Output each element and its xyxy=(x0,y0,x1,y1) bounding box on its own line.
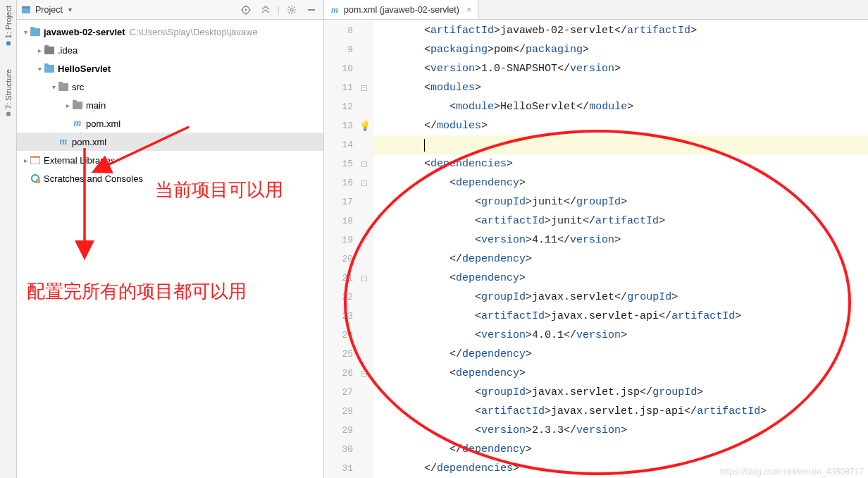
chevron-right-icon[interactable]: ▸ xyxy=(35,47,44,54)
svg-rect-1 xyxy=(22,6,30,8)
scratches-icon xyxy=(30,173,41,184)
chevron-right-icon[interactable]: ▸ xyxy=(63,102,72,109)
maven-icon: m xyxy=(72,118,83,129)
line-gutter: 8 9 10 11− 12 13💡 14 15− 16− 17 18 19 20… xyxy=(324,20,373,478)
settings-button[interactable] xyxy=(284,3,299,17)
tab-title: pom.xml (javaweb-02-servlet) xyxy=(344,5,459,15)
sidebar-tab-structure[interactable]: 7: Structure xyxy=(3,66,14,119)
maven-icon: m xyxy=(330,5,340,15)
text-caret xyxy=(424,139,425,152)
project-tree[interactable]: ▾ javaweb-02-servlet C:\Users\Splay\Desk… xyxy=(17,20,323,478)
editor-area: m pom.xml (javaweb-02-servlet) × 8 9 10 … xyxy=(324,0,868,478)
tree-item-pom-inner[interactable]: m pom.xml xyxy=(17,114,323,133)
tree-label: .idea xyxy=(58,45,78,56)
close-icon[interactable]: × xyxy=(466,4,472,15)
tree-item-pom-outer[interactable]: m pom.xml xyxy=(17,133,323,151)
hide-button[interactable] xyxy=(304,3,319,17)
tree-item-src[interactable]: ▾ src xyxy=(17,78,323,96)
tree-label: javaweb-02-servlet xyxy=(44,27,125,37)
chevron-down-icon[interactable]: ▾ xyxy=(49,83,58,91)
project-panel-title[interactable]: Project xyxy=(35,5,63,15)
library-icon xyxy=(30,154,41,166)
project-panel: Project ▾ | ▾ javaweb-02-servlet C:\Us xyxy=(17,0,324,478)
tree-label: pom.xml xyxy=(86,118,120,129)
fold-icon[interactable]: − xyxy=(361,85,367,91)
tree-root[interactable]: ▾ javaweb-02-servlet C:\Users\Splay\Desk… xyxy=(17,23,323,41)
chevron-right-icon[interactable]: ▸ xyxy=(21,157,30,164)
tree-label: HelloServlet xyxy=(58,63,111,74)
project-icon xyxy=(6,41,11,45)
code-area: 8 9 10 11− 12 13💡 14 15− 16− 17 18 19 20… xyxy=(324,20,868,478)
maven-icon: m xyxy=(58,136,69,147)
tree-label: Scratches and Consoles xyxy=(44,173,143,184)
chevron-down-icon[interactable]: ▾ xyxy=(21,28,30,36)
fold-icon[interactable]: − xyxy=(361,276,367,281)
editor-tab-bar: m pom.xml (javaweb-02-servlet) × xyxy=(324,0,868,20)
svg-rect-9 xyxy=(308,9,315,11)
tree-path: C:\Users\Splay\Desktop\javawe xyxy=(130,27,258,37)
project-view-icon xyxy=(21,5,31,15)
module-folder-icon xyxy=(30,26,41,37)
fold-icon[interactable]: − xyxy=(361,371,367,376)
tree-item-idea[interactable]: ▸ .idea xyxy=(17,41,323,59)
svg-point-8 xyxy=(290,8,293,11)
tree-item-scratches[interactable]: Scratches and Consoles xyxy=(17,169,323,188)
folder-icon xyxy=(58,81,69,92)
intention-bulb-icon[interactable]: 💡 xyxy=(360,121,370,131)
tree-label: External Libraries xyxy=(44,155,115,166)
tree-label: pom.xml xyxy=(72,137,106,147)
tree-label: src xyxy=(72,82,84,92)
fold-icon[interactable]: − xyxy=(361,161,367,167)
svg-point-3 xyxy=(244,8,247,11)
code-editor[interactable]: <artifactId>javaweb-02-servlet</artifact… xyxy=(373,20,868,478)
editor-tab-pom[interactable]: m pom.xml (javaweb-02-servlet) × xyxy=(324,0,478,19)
folder-icon xyxy=(44,44,55,56)
structure-icon xyxy=(6,112,11,116)
tree-item-external-libraries[interactable]: ▸ External Libraries xyxy=(17,151,323,169)
sidebar-tab-project[interactable]: 1: Project xyxy=(3,3,14,48)
module-folder-icon xyxy=(44,63,55,74)
folder-icon xyxy=(72,99,83,111)
tree-label: main xyxy=(86,100,106,111)
ide-left-tabstrip: 1: Project 7: Structure xyxy=(0,0,17,478)
tree-item-helloservlet[interactable]: ▾ HelloServlet xyxy=(17,59,323,78)
fold-icon[interactable]: − xyxy=(361,180,367,186)
tree-item-main[interactable]: ▸ main xyxy=(17,96,323,114)
collapse-all-button[interactable] xyxy=(258,3,273,17)
project-panel-header: Project ▾ | xyxy=(17,0,323,20)
chevron-down-icon[interactable]: ▾ xyxy=(68,6,72,13)
chevron-down-icon[interactable]: ▾ xyxy=(35,65,44,73)
locate-button[interactable] xyxy=(238,3,254,17)
